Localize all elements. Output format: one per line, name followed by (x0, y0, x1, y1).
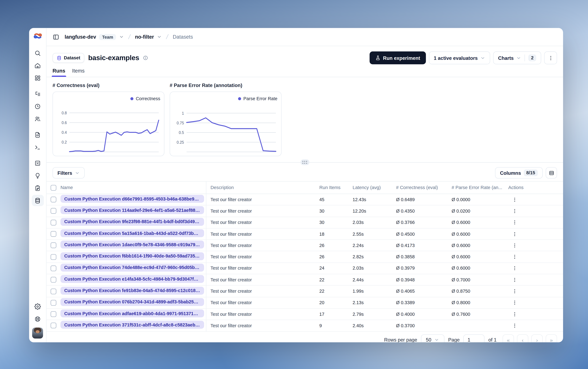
column-header-correctness[interactable]: # Correctness (eval) (396, 185, 451, 190)
row-checkbox[interactable] (51, 208, 56, 214)
sidebar-dashboards-icon[interactable] (31, 72, 44, 83)
run-experiment-button[interactable]: Run experiment (370, 51, 426, 64)
chevron-down-icon (75, 170, 80, 175)
row-checkbox[interactable] (51, 311, 56, 317)
run-name-link[interactable]: Custom Python Execution e14fa348-5cfc-49… (60, 275, 204, 283)
row-checkbox[interactable] (51, 300, 56, 306)
run-name-link[interactable]: Custom Python Execution 114aa9ef-29e6-4e… (60, 206, 204, 214)
row-height-button[interactable] (546, 167, 557, 179)
run-description: Test our filter creator (206, 194, 319, 205)
run-name-link[interactable]: Custom Python Execution d66e7991-8595-45… (60, 195, 204, 203)
kebab-menu-icon (512, 254, 517, 260)
row-checkbox[interactable] (51, 266, 56, 271)
run-name-link[interactable]: Custom Python Execution f6bb1614-1f90-40… (60, 252, 204, 260)
row-actions-button[interactable] (510, 218, 519, 227)
table-row: Custom Python Execution 74de488e-ec9d-47… (46, 263, 563, 274)
sidebar-evaluation-icon[interactable] (31, 157, 44, 169)
sidebar-search-icon[interactable] (31, 47, 44, 59)
sidebar-home-icon[interactable] (31, 60, 44, 71)
more-actions-button[interactable] (544, 51, 557, 64)
column-header-parse-error-rate[interactable]: # Parse Error Rate (an... (452, 185, 508, 190)
first-page-button[interactable]: « (503, 334, 514, 342)
breadcrumb-section[interactable]: Datasets (173, 34, 193, 40)
run-name-link[interactable]: Custom Python Execution 74de488e-ec9d-47… (60, 264, 204, 272)
latency-value: 2.82s (353, 254, 396, 260)
run-name-link[interactable]: Custom Python Execution 9fe23f98-881e-44… (60, 218, 204, 226)
row-checkbox[interactable] (51, 197, 56, 202)
row-checkbox[interactable] (51, 231, 56, 237)
sidebar-settings-icon[interactable] (31, 301, 44, 312)
row-actions-button[interactable] (510, 241, 519, 250)
row-actions-button[interactable] (510, 321, 519, 330)
page-count-label: of 1 (488, 337, 497, 342)
run-description: Test our filter creator (206, 274, 319, 286)
sidebar-annotation-icon[interactable] (31, 182, 44, 194)
row-actions-button[interactable] (510, 287, 519, 296)
column-header-run-items[interactable]: Run Items (319, 185, 353, 190)
org-name[interactable]: langfuse-dev (65, 34, 96, 40)
column-header-latency[interactable]: Latency (avg) (353, 185, 396, 190)
table-row: Custom Python Execution 114aa9ef-29e6-4e… (46, 205, 563, 217)
run-name-link[interactable]: Custom Python Execution 076b2704-341d-48… (60, 298, 204, 306)
info-icon[interactable] (143, 55, 148, 61)
sidebar-datasets-icon[interactable] (31, 195, 44, 206)
chevron-down-icon[interactable] (119, 34, 124, 39)
row-checkbox[interactable] (51, 243, 56, 248)
table-toolbar: Filters Columns 8/15 (46, 164, 563, 181)
sidebar (29, 28, 46, 342)
row-checkbox[interactable] (51, 323, 56, 328)
row-checkbox[interactable] (51, 288, 56, 294)
row-actions-button[interactable] (510, 275, 519, 284)
legend-dot-icon (130, 97, 134, 100)
row-actions-button[interactable] (510, 264, 519, 273)
run-items-value: 30 (319, 220, 353, 225)
user-avatar[interactable] (32, 328, 43, 338)
sidebar-sessions-icon[interactable] (31, 101, 44, 112)
next-page-button[interactable]: › (531, 334, 543, 342)
sidebar-support-icon[interactable] (31, 313, 44, 324)
row-actions-button[interactable] (510, 298, 519, 307)
page-number-input[interactable] (463, 334, 485, 342)
project-name[interactable]: no-filter (135, 34, 154, 40)
charts-section: # Correctness (eval) Correctness 0.20.40… (46, 77, 563, 160)
panel-resize-handle[interactable] (300, 159, 309, 165)
kebab-menu-icon (512, 231, 517, 237)
column-header-description[interactable]: Description (206, 182, 319, 194)
row-actions-button[interactable] (510, 252, 519, 261)
chart-card: Parse Error Rate 0.250.50.751 (170, 92, 282, 156)
row-actions-button[interactable] (510, 195, 519, 204)
prev-page-button[interactable]: ‹ (517, 334, 528, 342)
table-header-row: Name Description Run Items Latency (avg)… (46, 182, 563, 194)
rows-per-page-select[interactable]: 50 (421, 334, 444, 342)
chevron-down-icon[interactable] (157, 34, 162, 39)
sidebar-toggle-icon[interactable] (53, 33, 59, 40)
row-actions-button[interactable] (510, 206, 519, 215)
run-name-link[interactable]: Custom Python Execution 5a15a616-1bab-44… (60, 229, 204, 237)
sidebar-tracing-icon[interactable] (31, 88, 44, 99)
column-header-name[interactable]: Name (56, 185, 206, 190)
sidebar-playground-icon[interactable] (31, 142, 44, 153)
run-name-link[interactable]: Custom Python Execution 1daec0f9-5e78-43… (60, 241, 204, 249)
parse-error-rate-value: Ø 0.6000 (452, 243, 508, 248)
row-checkbox[interactable] (51, 277, 56, 283)
row-actions-button[interactable] (510, 229, 519, 238)
run-name-link[interactable]: Custom Python Execution 371f531c-abff-4d… (60, 321, 204, 329)
columns-button[interactable]: Columns 8/15 (495, 167, 543, 179)
filters-button[interactable]: Filters (53, 167, 85, 179)
charts-button[interactable]: Charts 2 (493, 51, 541, 64)
sidebar-insights-icon[interactable] (31, 170, 44, 181)
row-checkbox[interactable] (51, 220, 56, 225)
line-chart: 0.250.50.751 (174, 104, 277, 154)
sidebar-prompts-icon[interactable] (31, 129, 44, 140)
last-page-button[interactable]: » (546, 334, 557, 342)
tab-runs[interactable]: Runs (53, 68, 65, 77)
sidebar-users-icon[interactable] (31, 113, 44, 124)
active-evaluators-button[interactable]: 1 active evaluators (429, 51, 490, 64)
row-actions-button[interactable] (510, 310, 519, 319)
run-name-link[interactable]: Custom Python Execution fe91b83e-04a5-47… (60, 287, 204, 295)
row-checkbox[interactable] (51, 254, 56, 260)
run-description: Test our filter creator (206, 286, 319, 297)
select-all-checkbox[interactable] (51, 185, 56, 190)
tab-items[interactable]: Items (72, 68, 85, 77)
run-name-link[interactable]: Custom Python Execution adfae619-abb0-4d… (60, 309, 204, 318)
